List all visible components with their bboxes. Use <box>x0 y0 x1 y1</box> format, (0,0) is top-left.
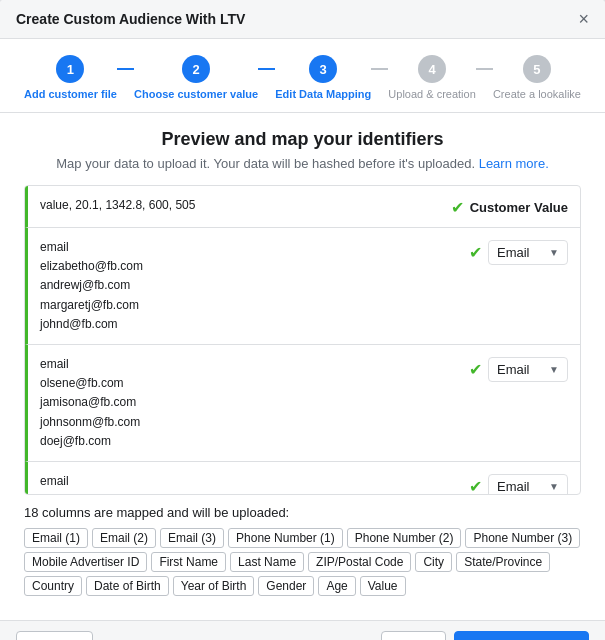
row-3-mapping: ✔ Email ▼ <box>469 474 568 495</box>
tag-item: Phone Number (1) <box>228 528 343 548</box>
modal-container: Create Custom Audience With LTV × 1 Add … <box>0 0 605 640</box>
step-5-label: Create a lookalike <box>493 88 581 100</box>
dropdown-caret-1: ▼ <box>549 247 559 258</box>
step-5-circle: 5 <box>523 55 551 83</box>
tag-item: Mobile Advertiser ID <box>24 552 147 572</box>
connector-3-4 <box>371 68 388 70</box>
connector-1-2 <box>117 68 134 70</box>
row-0-mapping-label: Customer Value <box>470 200 568 215</box>
tag-item: Email (2) <box>92 528 156 548</box>
check-icon-1: ✔ <box>469 243 482 262</box>
tag-item: Country <box>24 576 82 596</box>
row-1-dropdown[interactable]: Email ▼ <box>488 240 568 265</box>
upload-create-button[interactable]: Upload & Create <box>454 631 589 640</box>
step-2-circle: 2 <box>182 55 210 83</box>
steps-row: 1 Add customer file 2 Choose customer va… <box>24 55 581 100</box>
tag-item: Year of Birth <box>173 576 255 596</box>
step-1-label: Add customer file <box>24 88 117 100</box>
step-4-circle: 4 <box>418 55 446 83</box>
data-rows-container: value, 20.1, 1342.8, 600, 505 ✔ Customer… <box>24 185 581 495</box>
step-4-label: Upload & creation <box>388 88 475 100</box>
check-icon-3: ✔ <box>469 477 482 495</box>
step-2-label: Choose customer value <box>134 88 258 100</box>
step-3: 3 Edit Data Mapping <box>275 55 371 100</box>
mapped-summary: 18 columns are mapped and will be upload… <box>24 495 581 528</box>
connector-2-3 <box>258 68 275 70</box>
row-3-values: email eolsen@fb.com ajamison@fb.com mjoh… <box>40 472 457 495</box>
tag-item: Phone Number (2) <box>347 528 462 548</box>
data-row-3: email eolsen@fb.com ajamison@fb.com mjoh… <box>25 462 580 495</box>
tag-item: City <box>415 552 452 572</box>
page-title: Preview and map your identifiers <box>24 129 581 150</box>
data-row-2: email olsene@fb.com jamisona@fb.com john… <box>25 345 580 462</box>
modal-footer: Cancel Back Upload & Create <box>0 620 605 640</box>
tag-item: Phone Number (3) <box>465 528 580 548</box>
back-button[interactable]: Back <box>381 631 446 640</box>
row-2-mapping: ✔ Email ▼ <box>469 357 568 382</box>
row-2-dropdown[interactable]: Email ▼ <box>488 357 568 382</box>
learn-more-link[interactable]: Learn more. <box>479 156 549 171</box>
step-3-label: Edit Data Mapping <box>275 88 371 100</box>
cancel-button[interactable]: Cancel <box>16 631 93 640</box>
row-1-values: email elizabetho@fb.com andrewj@fb.com m… <box>40 238 457 334</box>
dropdown-caret-3: ▼ <box>549 481 559 492</box>
steps-container: 1 Add customer file 2 Choose customer va… <box>0 39 605 113</box>
tag-item: Email (3) <box>160 528 224 548</box>
step-4: 4 Upload & creation <box>388 55 475 100</box>
modal-title: Create Custom Audience With LTV <box>16 11 245 27</box>
footer-right: Back Upload & Create <box>381 631 589 640</box>
data-row-0: value, 20.1, 1342.8, 600, 505 ✔ Customer… <box>25 186 580 228</box>
row-2-values: email olsene@fb.com jamisona@fb.com john… <box>40 355 457 451</box>
row-0-values: value, 20.1, 1342.8, 600, 505 <box>40 196 439 215</box>
tag-item: Age <box>318 576 355 596</box>
step-2: 2 Choose customer value <box>134 55 258 100</box>
page-subtitle: Map your data to upload it. Your data wi… <box>24 156 581 171</box>
row-0-mapping: ✔ Customer Value <box>451 198 568 217</box>
tag-item: State/Province <box>456 552 550 572</box>
row-1-mapping: ✔ Email ▼ <box>469 240 568 265</box>
step-1: 1 Add customer file <box>24 55 117 100</box>
step-5: 5 Create a lookalike <box>493 55 581 100</box>
step-3-circle: 3 <box>309 55 337 83</box>
connector-4-5 <box>476 68 493 70</box>
main-content: Preview and map your identifiers Map you… <box>0 113 605 620</box>
tags-container: Email (1)Email (2)Email (3)Phone Number … <box>24 528 581 604</box>
tag-item: Last Name <box>230 552 304 572</box>
tag-item: Gender <box>258 576 314 596</box>
tag-item: Value <box>360 576 406 596</box>
tag-item: ZIP/Postal Code <box>308 552 411 572</box>
tag-item: Email (1) <box>24 528 88 548</box>
data-row-1: email elizabetho@fb.com andrewj@fb.com m… <box>25 228 580 345</box>
dropdown-caret-2: ▼ <box>549 364 559 375</box>
step-1-circle: 1 <box>56 55 84 83</box>
check-icon-0: ✔ <box>451 198 464 217</box>
tag-item: Date of Birth <box>86 576 169 596</box>
tag-item: First Name <box>151 552 226 572</box>
row-3-dropdown[interactable]: Email ▼ <box>488 474 568 495</box>
check-icon-2: ✔ <box>469 360 482 379</box>
modal-header: Create Custom Audience With LTV × <box>0 0 605 39</box>
close-button[interactable]: × <box>578 10 589 28</box>
